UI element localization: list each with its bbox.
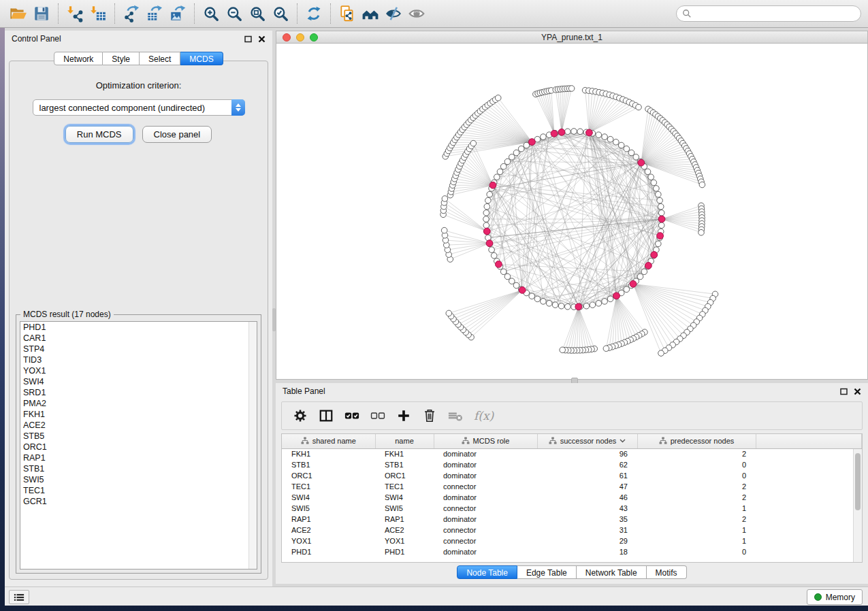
table-row[interactable]: ACE2ACE2connector311 [282, 525, 862, 535]
mcds-result-item[interactable]: PMA2 [20, 398, 257, 409]
network-node[interactable] [529, 293, 535, 299]
network-dominator-node[interactable] [483, 228, 490, 235]
network-node[interactable] [636, 104, 642, 110]
network-node[interactable] [494, 174, 500, 180]
network-node[interactable] [583, 303, 590, 309]
network-node[interactable] [654, 186, 660, 192]
network-node[interactable] [487, 191, 493, 197]
network-node[interactable] [698, 229, 705, 235]
network-node[interactable] [442, 196, 448, 202]
open-icon[interactable] [7, 3, 30, 24]
network-node[interactable] [497, 169, 503, 175]
mcds-result-item[interactable]: RAP1 [20, 452, 257, 463]
delete-icon[interactable] [418, 405, 441, 427]
eye-icon[interactable] [405, 3, 428, 24]
network-node[interactable] [491, 252, 497, 259]
refresh-icon[interactable] [302, 3, 325, 24]
deselect-all-icon[interactable] [366, 405, 389, 427]
mcds-result-item[interactable]: SRD1 [20, 387, 257, 398]
mcds-result-item[interactable]: FKH1 [20, 409, 257, 420]
network-node[interactable] [657, 197, 663, 203]
network-node[interactable] [504, 159, 511, 165]
tab-node-table[interactable]: Node Table [457, 565, 517, 579]
export-table-icon[interactable] [143, 3, 166, 24]
float-icon[interactable] [244, 35, 252, 43]
network-node[interactable] [596, 301, 602, 307]
table-row[interactable]: FKH1FKH1dominator962 [282, 448, 862, 459]
network-node[interactable] [558, 303, 564, 309]
network-node[interactable] [571, 129, 577, 135]
network-node[interactable] [504, 274, 511, 280]
network-dominator-node[interactable] [613, 293, 620, 299]
search-input[interactable] [695, 9, 855, 18]
network-node[interactable] [513, 150, 519, 156]
network-node[interactable] [637, 274, 643, 280]
network-node[interactable] [658, 210, 664, 216]
network-node[interactable] [565, 303, 571, 310]
network-node[interactable] [489, 247, 495, 253]
network-node[interactable] [656, 241, 662, 247]
network-node[interactable] [565, 129, 571, 135]
network-node[interactable] [470, 140, 477, 146]
column-header-MCDS-role[interactable]: MCDS role [434, 434, 537, 448]
network-node[interactable] [645, 169, 651, 175]
table-row[interactable]: YOX1YOX1connector291 [282, 535, 862, 546]
network-dominator-node[interactable] [489, 182, 496, 188]
network-node[interactable] [534, 296, 541, 302]
column-header-shared-name[interactable]: shared name [282, 434, 375, 448]
network-node[interactable] [513, 282, 519, 288]
network-node[interactable] [546, 301, 552, 307]
network-node[interactable] [509, 278, 515, 284]
hide-eye-icon[interactable] [382, 3, 405, 24]
tab-mcds[interactable]: MCDS [180, 52, 223, 65]
optimization-criterion-select[interactable]: largest connected component (undirected) [33, 99, 245, 116]
houses-icon[interactable] [359, 3, 382, 24]
network-dominator-node[interactable] [658, 216, 665, 222]
mcds-result-item[interactable]: CAR1 [20, 333, 257, 344]
network-node[interactable] [656, 191, 662, 197]
network-node[interactable] [602, 134, 608, 140]
table-row[interactable]: ORC1ORC1dominator610 [282, 470, 862, 481]
network-dominator-node[interactable] [519, 287, 526, 294]
mcds-result-item[interactable]: PHD1 [20, 322, 257, 333]
network-node[interactable] [500, 269, 507, 275]
network-node[interactable] [648, 174, 654, 180]
network-node[interactable] [618, 142, 624, 148]
export-network-icon[interactable] [120, 3, 143, 24]
network-node[interactable] [607, 296, 613, 302]
import-network-icon[interactable] [63, 3, 86, 24]
network-node[interactable] [699, 182, 705, 188]
mcds-result-item[interactable]: YOX1 [20, 365, 257, 376]
table-row[interactable]: SWI5SWI5connector431 [282, 503, 862, 514]
network-node[interactable] [484, 203, 490, 210]
network-node[interactable] [568, 86, 575, 92]
network-dominator-node[interactable] [496, 261, 502, 268]
network-node[interactable] [641, 269, 647, 275]
table-scrollbar[interactable] [853, 449, 862, 562]
network-node[interactable] [577, 129, 583, 135]
tab-motifs[interactable]: Motifs [647, 565, 687, 579]
network-node[interactable] [524, 142, 530, 148]
close-panel-button[interactable]: Close panel [142, 126, 212, 143]
network-dominator-node[interactable] [630, 280, 637, 287]
add-icon[interactable] [392, 405, 415, 427]
network-node[interactable] [541, 134, 547, 140]
export-image-icon[interactable] [166, 3, 189, 24]
float-icon[interactable] [840, 388, 848, 395]
table-row[interactable]: STB1STB1dominator620 [282, 459, 862, 470]
mcds-result-item[interactable]: STB1 [20, 463, 257, 474]
table-row[interactable]: TEC1TEC1connector472 [282, 481, 862, 492]
network-node[interactable] [509, 154, 515, 161]
network-node[interactable] [495, 95, 501, 101]
save-icon[interactable] [30, 3, 53, 24]
zoom-fit-icon[interactable] [246, 3, 269, 24]
mcds-result-item[interactable]: SWI4 [20, 376, 257, 387]
network-node[interactable] [560, 347, 566, 353]
network-node[interactable] [596, 132, 602, 138]
network-node[interactable] [624, 286, 630, 293]
network-dominator-node[interactable] [575, 303, 582, 310]
mcds-result-item[interactable]: TID3 [20, 354, 257, 365]
network-node[interactable] [607, 136, 613, 142]
network-node[interactable] [541, 299, 547, 305]
network-node[interactable] [483, 222, 489, 229]
